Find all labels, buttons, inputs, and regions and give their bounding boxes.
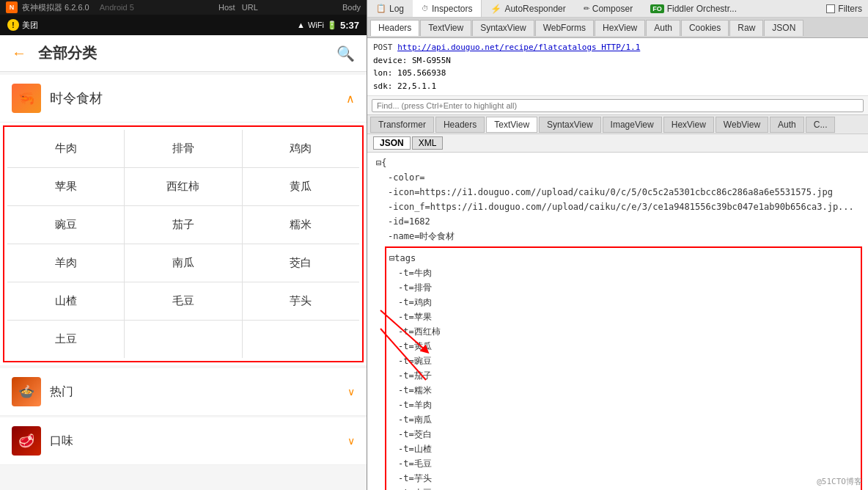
- json-tag-7: - t=豌豆: [389, 354, 858, 368]
- json-dash: -: [388, 230, 393, 243]
- request-method: POST: [373, 43, 393, 52]
- watermark: @51CTO博客: [817, 476, 862, 487]
- signal-icon: ▲: [297, 21, 305, 29]
- json-tag-5: - t=西红柿: [389, 324, 858, 339]
- tab-textview[interactable]: TextView: [420, 20, 471, 36]
- collapse-tags-icon[interactable]: ⊟: [389, 252, 394, 265]
- category-header[interactable]: 🦐 时令食材 ∧: [0, 75, 367, 122]
- find-input[interactable]: [372, 99, 864, 112]
- tab-webforms[interactable]: WebForms: [535, 20, 594, 36]
- request-sdk: sdk: 22,5.1.1: [373, 80, 862, 93]
- battery-icon: 🔋: [327, 21, 337, 30]
- json-dash: -: [388, 200, 393, 213]
- tab-headers[interactable]: Headers: [370, 20, 419, 36]
- items-grid-container: 牛肉 排骨 鸡肉 苹果 西红柿 黄瓜 豌豆 茄子 糯米 羊肉 南瓜: [3, 125, 364, 362]
- fiddler-top-tabs: 📋 Log ⏱ Inspectors ⚡ AutoResponder ✏ Com…: [367, 0, 868, 18]
- json-key-id: id=1682: [393, 215, 430, 228]
- host-label: Host URL: [218, 3, 258, 12]
- tab-autoresponder[interactable]: ⚡ AutoResponder: [482, 0, 574, 17]
- tab-json-format[interactable]: JSON: [373, 136, 411, 150]
- emulator-panel: N 夜神模拟器 6.2.6.0 Android 5 Host URL Body …: [0, 0, 367, 490]
- request-line: POST http://api.douguo.net/recipe/flatca…: [373, 41, 862, 54]
- tab-orchestra[interactable]: FO Fiddler Orchestr...: [641, 0, 746, 17]
- tab-textview-2[interactable]: TextView: [486, 117, 537, 133]
- fiddler-panel: 📋 Log ⏱ Inspectors ⚡ AutoResponder ✏ Com…: [367, 0, 868, 490]
- app-content: ← 全部分类 🔍 🦐 时令食材 ∧ 牛肉 排骨 鸡肉: [0, 35, 367, 490]
- tab-inspectors[interactable]: ⏱ Inspectors: [413, 0, 482, 17]
- filters-checkbox[interactable]: [826, 4, 835, 13]
- tab-webview[interactable]: WebView: [716, 117, 768, 133]
- json-field-icon: - icon=https://i1.douguo.com//upload/cai…: [367, 185, 868, 200]
- json-dash: -: [388, 186, 393, 199]
- items-grid: 牛肉 排骨 鸡肉 苹果 西红柿 黄瓜 豌豆 茄子 糯米 羊肉 南瓜: [7, 130, 359, 358]
- tab-json[interactable]: JSON: [764, 20, 803, 36]
- list-item[interactable]: 茄子: [125, 206, 241, 244]
- json-tag-6: - t=黄瓜: [389, 339, 858, 354]
- tab-auth-2[interactable]: Auth: [770, 117, 804, 133]
- list-item[interactable]: 南瓜: [125, 244, 241, 282]
- warning-icon: !: [7, 19, 19, 31]
- tab-raw[interactable]: Raw: [729, 20, 763, 36]
- json-tag-16: - t=土豆: [389, 486, 858, 490]
- json-tag-2: - t=排骨: [389, 280, 858, 295]
- tab-transformer[interactable]: Transformer: [370, 117, 434, 133]
- tab-auth[interactable]: Auth: [646, 20, 680, 36]
- list-item[interactable]: 毛豆: [125, 282, 241, 320]
- json-tree: ⊟ { - color = - icon=https://i1.douguo.c…: [367, 153, 868, 490]
- tab-log[interactable]: 📋 Log: [367, 0, 413, 17]
- tab-imageview[interactable]: ImageView: [603, 117, 662, 133]
- chevron-up-icon: ∧: [346, 92, 355, 106]
- list-item[interactable]: 鸡肉: [243, 130, 359, 167]
- tab-cookies[interactable]: Cookies: [681, 20, 729, 36]
- back-icon[interactable]: ←: [12, 45, 26, 62]
- list-item[interactable]: 羊肉: [7, 244, 124, 282]
- list-item[interactable]: 糯米: [243, 206, 359, 244]
- tab-composer[interactable]: ✏ Composer: [575, 0, 641, 17]
- emulator-titlebar: N 夜神模拟器 6.2.6.0 Android 5 Host URL Body: [0, 0, 367, 15]
- json-tag-3: - t=鸡肉: [389, 295, 858, 310]
- search-icon[interactable]: 🔍: [336, 45, 355, 62]
- json-key-tags: tags: [394, 252, 416, 265]
- list-item[interactable]: 芋头: [243, 282, 359, 320]
- tab-hexview[interactable]: HexView: [595, 20, 645, 36]
- json-field-color: - color =: [367, 170, 868, 185]
- list-item[interactable]: 土豆: [7, 321, 124, 358]
- category-row-taste[interactable]: 🥩 口味 ∨: [0, 417, 367, 465]
- format-tabs: JSON XML: [367, 134, 868, 153]
- list-item-empty: [243, 321, 359, 358]
- tab-headers-2[interactable]: Headers: [435, 117, 485, 133]
- json-tag-15: - t=芋头: [389, 471, 858, 486]
- body-label: Body: [342, 3, 361, 12]
- filters-area: Filters: [826, 4, 868, 14]
- tab-hexview-2[interactable]: HexView: [663, 117, 714, 133]
- taste-category-image: 🥩: [12, 426, 41, 456]
- android-version: Android 5: [100, 3, 134, 12]
- json-key-icon: icon=https://i1.douguo.com//upload/caiku…: [393, 186, 833, 199]
- request-lon: lon: 105.566938: [373, 67, 862, 80]
- app-header: ← 全部分类 🔍: [0, 35, 367, 72]
- status-icons: ▲ WiFi 🔋 5:37: [297, 20, 359, 31]
- list-item[interactable]: 牛肉: [7, 130, 124, 167]
- json-tags-parent: ⊟ tags: [389, 251, 858, 266]
- json-tag-11: - t=南瓜: [389, 412, 858, 427]
- collapse-root-icon[interactable]: ⊟: [376, 156, 381, 169]
- tab-xml-format[interactable]: XML: [412, 136, 444, 150]
- list-item[interactable]: 排骨: [125, 130, 241, 167]
- list-item[interactable]: 西红柿: [125, 168, 241, 205]
- list-item[interactable]: 苹果: [7, 168, 124, 205]
- list-item[interactable]: 山楂: [7, 282, 124, 320]
- tab-more[interactable]: C...: [806, 117, 836, 133]
- tab-syntaxview[interactable]: SyntaxView: [472, 20, 534, 36]
- chevron-down-icon-2: ∨: [347, 435, 355, 447]
- chevron-down-icon: ∨: [347, 386, 355, 398]
- category-row-hot[interactable]: 🍲 热门 ∨: [0, 368, 367, 416]
- json-dash: -: [388, 215, 393, 228]
- hot-category-name: 热门: [50, 384, 347, 400]
- list-item[interactable]: 豌豆: [7, 206, 124, 244]
- tab-syntaxview-2[interactable]: SyntaxView: [539, 117, 600, 133]
- json-tag-10: - t=羊肉: [389, 398, 858, 412]
- list-item[interactable]: 黄瓜: [243, 168, 359, 205]
- list-item[interactable]: 茭白: [243, 244, 359, 282]
- request-url[interactable]: http://api.douguo.net/recipe/flatcatalog…: [397, 43, 640, 52]
- json-field-id: - id=1682: [367, 214, 868, 229]
